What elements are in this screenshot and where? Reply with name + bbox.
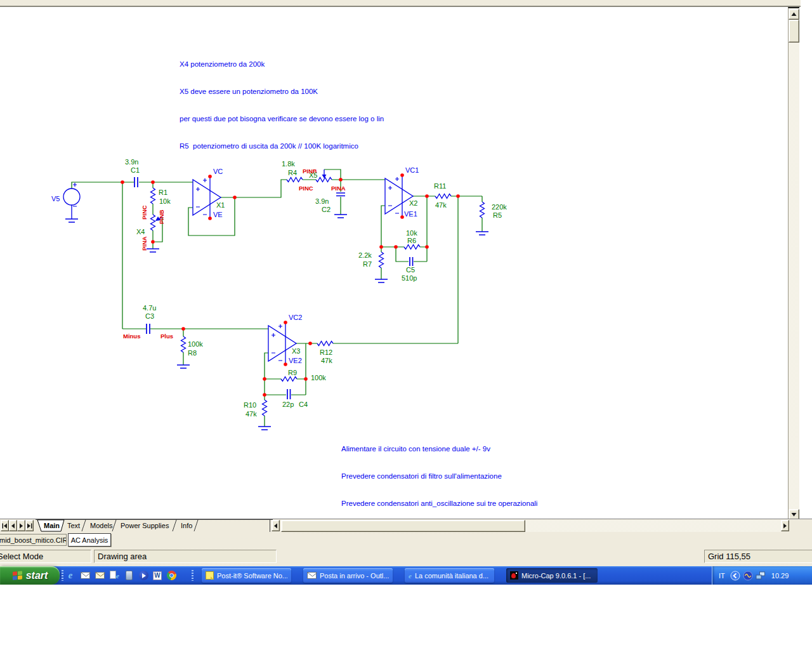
schematic-label-r5-value[interactable]: 220k xyxy=(492,203,507,211)
schematic-label-c4-name[interactable]: C4 xyxy=(299,401,308,408)
schematic-label-x1-name[interactable]: X1 xyxy=(216,201,225,209)
resistor-r10[interactable] xyxy=(263,400,267,416)
taskbar-clock[interactable]: 10.29 xyxy=(771,572,789,580)
schematic-label-x4-pina[interactable]: PINA xyxy=(141,236,148,251)
schematic-label-r1-value[interactable]: 10k xyxy=(159,197,171,205)
schematic-label-r7-name[interactable]: R7 xyxy=(363,260,372,268)
capacitor-c3[interactable] xyxy=(147,324,150,334)
schematic-label-r6-value[interactable]: 10k xyxy=(406,229,417,237)
resistor-r1[interactable] xyxy=(151,188,155,204)
schematic-label-r4-name[interactable]: R4 xyxy=(288,169,297,176)
capacitor-c2[interactable] xyxy=(336,193,345,196)
taskbar-button-postit[interactable]: Post-it® Software No... xyxy=(202,568,291,583)
resistor-r11[interactable] xyxy=(435,194,451,199)
schematic-label-r9-name[interactable]: R9 xyxy=(288,369,297,376)
quicklaunch-handle[interactable] xyxy=(62,570,63,581)
schematic-label-x4-name[interactable]: X4 xyxy=(136,228,145,235)
capacitor-c4[interactable] xyxy=(287,389,291,399)
schematic-label-x5-pinc[interactable]: PINC xyxy=(299,185,313,192)
schematic-label-x5-pina[interactable]: PINA xyxy=(331,185,346,192)
taskbar-button-microcap[interactable]: Micro-Cap 9.0.6.1 - [... xyxy=(506,568,598,583)
tab-info[interactable]: Info xyxy=(181,522,192,529)
tab-circuit-file[interactable]: mid_boost_mitico.CIR xyxy=(0,534,67,546)
network-icon[interactable] xyxy=(756,571,766,580)
volume-wave-icon[interactable] xyxy=(743,571,753,581)
taskbar-button-mail[interactable]: Posta in arrivo - Outl... xyxy=(303,568,393,583)
annotation-bottom-notes[interactable]: Alimentare il circuito con tensione dual… xyxy=(341,426,537,526)
schematic-label-x3-name[interactable]: X3 xyxy=(292,347,300,355)
resistor-r4[interactable] xyxy=(287,178,303,182)
schematic-label-r7-value[interactable]: 2.2k xyxy=(358,251,372,259)
capacitor-c5[interactable] xyxy=(410,257,413,266)
schematic-label-r11-value[interactable]: 47k xyxy=(435,201,447,209)
language-indicator[interactable]: IT xyxy=(719,572,725,580)
schematic-label-c3-plus[interactable]: Plus xyxy=(160,333,173,340)
annotation-top-notes[interactable]: X4 potenziometro da 200k X5 deve essere … xyxy=(180,41,384,169)
schematic-label-c2-value[interactable]: 3.9n xyxy=(315,197,329,205)
taskbar-button-browser[interactable]: La comunità italiana d... xyxy=(405,568,494,583)
schematic-label-c3-value[interactable]: 4.7u xyxy=(143,304,156,312)
pda-icon[interactable] xyxy=(124,571,134,581)
tab-scroll-first-button[interactable] xyxy=(1,520,9,531)
word-icon[interactable] xyxy=(153,571,162,580)
schematic-label-c4-value[interactable]: 22p xyxy=(282,401,294,408)
horizontal-scroll-thumb[interactable] xyxy=(281,520,525,532)
schematic-label-r8-value[interactable]: 100k xyxy=(188,340,203,348)
schematic-drawing-area[interactable]: V53.9nC1R110kX4PINCPINBPINAVCVEX11.8kR4P… xyxy=(0,8,787,519)
schematic-label-v5-name[interactable]: V5 xyxy=(51,195,60,202)
schematic-label-x4-pinb[interactable]: PINB xyxy=(158,209,165,224)
tab-scroll-last-button[interactable] xyxy=(25,520,34,531)
capacitor-c1[interactable] xyxy=(134,177,138,187)
schematic-label-r5-name[interactable]: R5 xyxy=(493,211,502,219)
schematic-label-x2-ve1[interactable]: VE1 xyxy=(404,210,417,218)
wires[interactable] xyxy=(72,169,482,427)
schematic-label-r10-name[interactable]: R10 xyxy=(244,401,256,409)
schematic-label-c5-name[interactable]: C5 xyxy=(406,266,415,274)
schematic-label-x3-vc2[interactable]: VC2 xyxy=(289,314,302,321)
resistor-r9[interactable] xyxy=(281,377,297,381)
schematic-label-c1-value[interactable]: 3.9n xyxy=(125,158,138,166)
schematic-label-c1-name[interactable]: C1 xyxy=(131,166,140,174)
schematic-label-r11-name[interactable]: R11 xyxy=(434,182,446,190)
schematic-label-r1-name[interactable]: R1 xyxy=(159,189,167,196)
resistor-r8[interactable] xyxy=(181,336,186,352)
tab-scroll-right-button[interactable] xyxy=(17,520,25,531)
tab-main[interactable]: Main xyxy=(44,522,60,529)
schematic-label-x4-pinc[interactable]: PINC xyxy=(141,205,148,220)
tab-text[interactable]: Text xyxy=(67,522,80,529)
resistor-r6[interactable] xyxy=(404,245,420,249)
hscroll-right-button[interactable] xyxy=(781,520,789,531)
internet-explorer-icon[interactable] xyxy=(65,571,75,581)
internet-explorer-document-icon[interactable] xyxy=(109,571,119,581)
taskband-handle[interactable] xyxy=(192,570,193,581)
schematic-label-x3-ve2[interactable]: VE2 xyxy=(289,357,302,364)
tab-power-supplies[interactable]: Power Supplies xyxy=(121,522,169,529)
mail-icon[interactable] xyxy=(95,571,105,581)
resistor-r12[interactable] xyxy=(317,342,333,346)
schematic-label-r12-name[interactable]: R12 xyxy=(320,348,332,356)
chrome-icon[interactable] xyxy=(166,571,176,581)
hscroll-left-button[interactable] xyxy=(272,520,280,531)
schematic-label-c2-name[interactable]: C2 xyxy=(322,206,331,213)
schematic-label-x2-name[interactable]: X2 xyxy=(409,199,417,207)
schematic-label-x1-ve[interactable]: VE xyxy=(213,211,223,218)
resistor-r5[interactable] xyxy=(480,202,485,218)
vertical-scroll-thumb[interactable] xyxy=(789,20,799,43)
tab-models[interactable]: Models xyxy=(90,522,113,529)
resistor-r7[interactable] xyxy=(379,252,384,268)
schematic-label-c3-name[interactable]: C3 xyxy=(145,312,154,320)
tab-ac-analysis[interactable]: AC Analysis xyxy=(68,533,111,547)
schematic-label-x5-name[interactable]: X5 xyxy=(309,171,317,179)
collapse-chevron-icon[interactable] xyxy=(730,571,740,581)
potentiometer-x5[interactable] xyxy=(316,169,332,182)
tab-scroll-left-button[interactable] xyxy=(9,520,17,531)
media-player-icon[interactable] xyxy=(138,571,148,581)
schematic-label-r8-name[interactable]: R8 xyxy=(188,349,197,357)
schematic-label-c3-minus[interactable]: Minus xyxy=(123,333,140,340)
schematic-label-c5-value[interactable]: 510p xyxy=(402,274,417,282)
vertical-scrollbar[interactable] xyxy=(788,7,799,520)
schematic-label-x2-vc1[interactable]: VC1 xyxy=(405,166,419,174)
schematic-label-r9-value[interactable]: 100k xyxy=(311,374,326,381)
schematic-label-r12-value[interactable]: 47k xyxy=(321,357,332,364)
schematic-label-r6-name[interactable]: R6 xyxy=(407,237,416,244)
